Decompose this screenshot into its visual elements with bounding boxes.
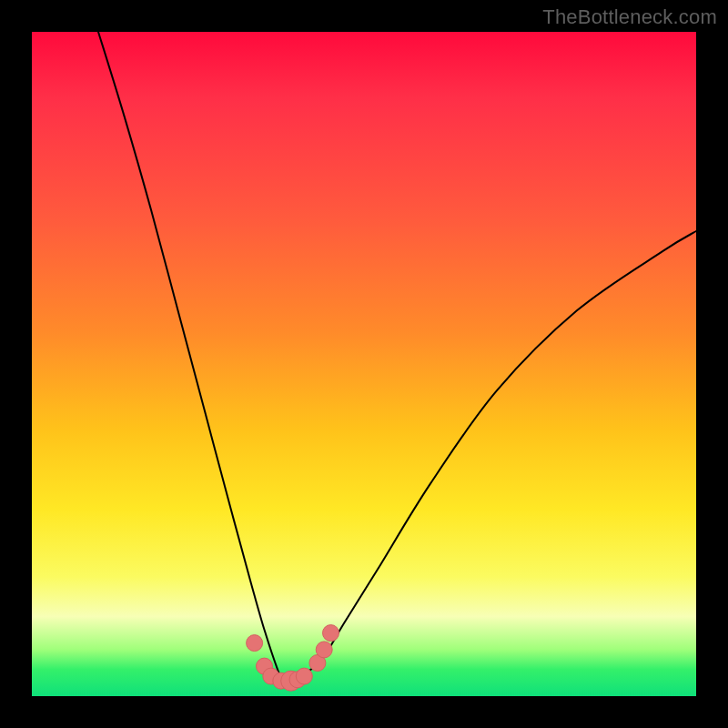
marker-point bbox=[323, 625, 339, 642]
plot-area bbox=[32, 32, 696, 696]
marker-point bbox=[296, 668, 312, 684]
marker-group bbox=[247, 625, 339, 692]
watermark-text: TheBottleneck.com bbox=[542, 5, 717, 29]
marker-point bbox=[247, 635, 263, 652]
marker-point bbox=[316, 642, 332, 658]
chart-svg bbox=[32, 32, 696, 696]
chart-stage: TheBottleneck.com bbox=[0, 0, 728, 728]
bottleneck-curve-path bbox=[98, 32, 696, 683]
